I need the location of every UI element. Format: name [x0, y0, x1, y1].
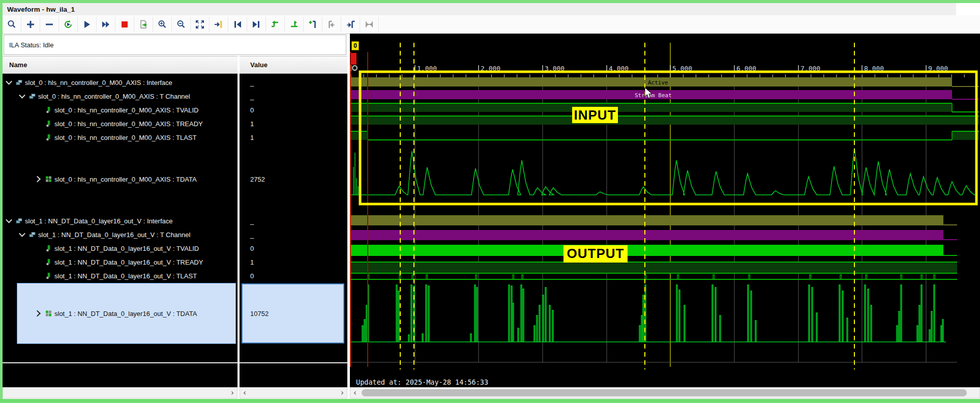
run-trigger-icon[interactable]	[78, 17, 97, 32]
zoom-in-icon[interactable]	[153, 17, 172, 32]
output-tdata-spike	[639, 326, 640, 342]
out-tready-fill	[351, 262, 957, 273]
scrollbar-thumb[interactable]	[362, 389, 967, 396]
out-tlast-pulse	[412, 275, 413, 279]
stop-trigger-icon[interactable]	[115, 17, 134, 32]
tlast-high-fill	[952, 131, 979, 140]
export-ila-data-icon[interactable]	[134, 17, 153, 32]
output-tdata-spike	[919, 305, 920, 342]
output-tdata-spike	[929, 330, 930, 342]
next-marker-icon[interactable]	[341, 17, 360, 32]
signal-tree-row[interactable]: slot_1 : NN_DT_Data_0_layer16_out_V : In…	[3, 214, 237, 227]
output-tdata-spike	[537, 315, 538, 342]
remove-probe-icon[interactable]	[40, 17, 59, 32]
bus-signal-icon	[45, 310, 52, 317]
signal-tree-row[interactable]: slot_0 : hls_nn_controller_0_M00_AXIS : …	[3, 144, 237, 214]
collapse-chevron-icon[interactable]	[19, 92, 25, 98]
signal-value-cell: 1	[240, 255, 347, 269]
previous-transition-icon[interactable]	[266, 17, 285, 32]
output-region-label: OUTPUT	[563, 245, 628, 263]
signal-value-text: _	[250, 230, 254, 238]
value-panel-hscrollbar[interactable]: ‹ ›	[240, 387, 347, 398]
signal-tree-row[interactable]: slot_0 : hls_nn_controller_0_M00_AXIS : …	[3, 103, 237, 117]
waveform-hscrollbar[interactable]: ‹	[350, 387, 980, 398]
column-header-name[interactable]: Name	[3, 56, 237, 74]
collapse-chevron-icon[interactable]	[6, 78, 12, 84]
scalar-signal-icon	[45, 258, 52, 265]
signal-name-label: slot_1 : NN_DT_Data_0_layer16_out_V : TR…	[54, 258, 203, 266]
signal-name-label: slot_1 : NN_DT_Data_0_layer16_out_V : TD…	[54, 310, 197, 318]
output-tdata-spike	[868, 289, 869, 342]
output-tdata-spike	[842, 291, 843, 342]
signal-value-text: 1	[250, 120, 254, 127]
signal-name-label: slot_0 : hls_nn_controller_0_M00_AXIS : …	[38, 92, 190, 100]
run-trigger-immediate-icon[interactable]	[97, 17, 115, 32]
zoom-out-icon[interactable]	[172, 17, 191, 32]
signal-tree-row[interactable]: slot_0 : hls_nn_controller_0_M00_AXIS : …	[3, 75, 237, 89]
signal-tree-row[interactable]: slot_1 : NN_DT_Data_0_layer16_out_V : TR…	[3, 255, 237, 269]
signal-value-text: 2752	[250, 175, 265, 183]
signal-value-cell: 10752	[240, 282, 347, 344]
signal-tree-row[interactable]: slot_0 : hls_nn_controller_0_M00_AXIS : …	[3, 130, 237, 144]
scroll-left-icon[interactable]: ‹	[353, 388, 357, 398]
search-icon[interactable]	[3, 17, 21, 32]
go-to-time-icon[interactable]	[210, 17, 228, 32]
zoom-fit-icon[interactable]	[191, 17, 210, 32]
output-tdata-spike	[917, 326, 918, 342]
trigger-flag-icon[interactable]	[350, 53, 357, 65]
signal-value-text: 10752	[250, 310, 269, 318]
scroll-right-icon[interactable]: ›	[231, 388, 234, 398]
out-tlast-pulse	[645, 275, 646, 279]
output-tdata-spike	[897, 326, 898, 342]
next-transition-icon[interactable]	[285, 17, 304, 32]
signal-tree-row[interactable]: slot_0 : hls_nn_controller_0_M00_AXIS : …	[3, 117, 237, 130]
out-tlast-pulse	[713, 275, 715, 279]
signal-value-text: 0	[250, 106, 254, 113]
signal-tree-row[interactable]: slot_1 : NN_DT_Data_0_layer16_out_V : TV…	[3, 241, 237, 255]
updated-timestamp: Updated at: 2025-May-28 14:56:33	[356, 378, 488, 386]
signal-tree-row[interactable]: slot_0 : hls_nn_controller_0_M00_AXIS : …	[3, 89, 237, 103]
output-tdata-spike	[809, 285, 810, 342]
output-tdata-spike	[396, 285, 397, 342]
marker-0-flag[interactable]: 0	[351, 41, 359, 50]
signal-tree-row[interactable]: slot_1 : NN_DT_Data_0_layer16_out_V : TL…	[3, 269, 237, 282]
column-header-value[interactable]: Value	[240, 56, 347, 74]
output-tdata-spike	[426, 285, 427, 342]
collapse-chevron-icon[interactable]	[6, 216, 12, 223]
previous-marker-icon[interactable]	[322, 17, 341, 32]
add-probe-icon[interactable]	[21, 17, 40, 32]
output-tdata-spike	[509, 285, 510, 342]
swap-markers-icon[interactable]	[360, 17, 379, 32]
add-marker-icon[interactable]	[304, 17, 322, 32]
scroll-right-icon[interactable]: ›	[341, 388, 344, 398]
signal-value-column: __0112752__01010752	[240, 74, 347, 387]
scalar-signal-icon	[45, 134, 52, 140]
signal-name-tree: slot_0 : hls_nn_controller_0_M00_AXIS : …	[3, 74, 237, 387]
out-tlast-pulse	[901, 275, 902, 279]
output-tdata-spike	[931, 311, 932, 342]
collapse-chevron-icon[interactable]	[19, 230, 25, 237]
signal-name-label: slot_0 : hls_nn_controller_0_M00_AXIS : …	[54, 175, 197, 183]
output-tdata-spike	[366, 305, 367, 342]
go-to-next-icon[interactable]	[247, 17, 266, 32]
output-tdata-spike	[751, 291, 752, 342]
output-tdata-spike	[643, 295, 644, 342]
signal-tree-row[interactable]: slot_1 : NN_DT_Data_0_layer16_out_V : TD…	[3, 282, 237, 344]
name-panel-hscrollbar[interactable]: ›	[3, 387, 237, 398]
scroll-left-icon[interactable]: ‹	[243, 388, 246, 398]
expand-chevron-icon[interactable]	[34, 176, 41, 182]
output-tdata-spike	[812, 287, 813, 342]
signal-value-text: _	[250, 92, 254, 100]
output-tdata-spike	[543, 295, 544, 342]
signal-value-text: _	[250, 217, 254, 224]
window-title: Waveform - hw_ila_1	[3, 6, 75, 13]
signal-value-cell: 2752	[240, 144, 347, 214]
out-tlast-pulse	[921, 275, 923, 279]
signal-value-cell: 1	[240, 117, 347, 130]
out-tlast-pulse	[476, 275, 477, 279]
out-tlast-pulse	[426, 275, 428, 279]
signal-tree-row[interactable]: slot_1 : NN_DT_Data_0_layer16_out_V : T …	[3, 227, 237, 241]
go-to-previous-icon[interactable]	[228, 17, 247, 32]
restart-trigger-icon[interactable]	[59, 17, 78, 32]
signal-name-label: slot_0 : hls_nn_controller_0_M00_AXIS : …	[54, 133, 196, 141]
